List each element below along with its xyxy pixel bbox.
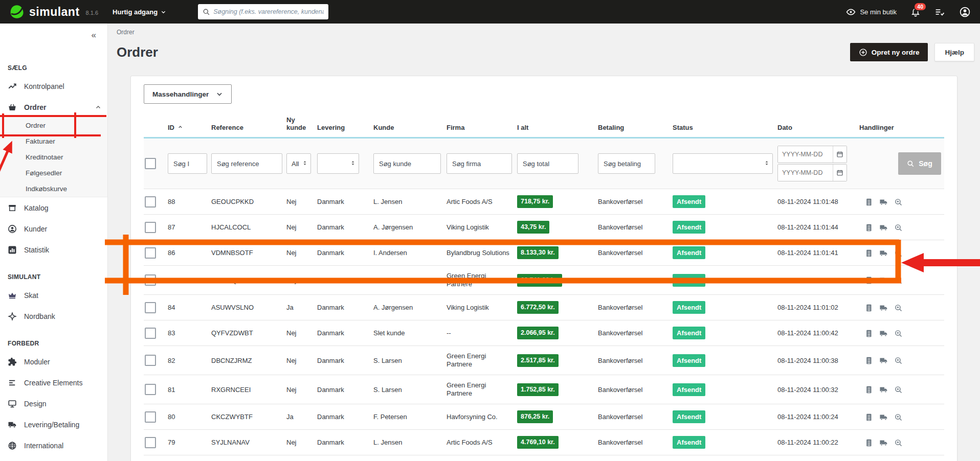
order-id-cell: 85 (167, 266, 210, 295)
search-input[interactable] (213, 8, 324, 15)
col-header-id[interactable]: ID (167, 113, 210, 138)
sidebar-item-levering-betaling[interactable]: Levering/Betaling (0, 414, 107, 435)
sidebar-item-design[interactable]: Design (0, 393, 107, 414)
sidebar-item-kunder[interactable]: Kunder (0, 218, 107, 239)
invoice-icon[interactable] (864, 276, 873, 285)
invoice-icon[interactable] (864, 223, 873, 232)
tasks-button[interactable] (934, 7, 945, 17)
select-all-checkbox[interactable] (145, 158, 156, 169)
delivery-icon[interactable] (879, 439, 888, 447)
delivery-icon[interactable] (879, 413, 888, 422)
sidebar-item-kontrolpanel[interactable]: Kontrolpanel (0, 76, 107, 97)
col-header-status[interactable]: Status (672, 113, 776, 138)
calendar-icon[interactable] (833, 146, 847, 163)
row-checkbox[interactable] (145, 384, 156, 395)
notifications-button[interactable]: 40 (910, 7, 921, 17)
bulk-actions-button[interactable]: Massehandlinger (144, 84, 232, 104)
invoice-icon[interactable] (864, 385, 873, 394)
filter-new-customer-select[interactable]: All (286, 153, 311, 174)
row-checkbox[interactable] (145, 355, 156, 366)
filter-search-button[interactable]: Søg (898, 152, 941, 175)
zoom-in-icon[interactable] (894, 329, 903, 338)
row-checkbox[interactable] (145, 328, 156, 339)
invoice-icon[interactable] (864, 198, 873, 206)
global-search[interactable] (198, 4, 328, 19)
filter-company-input[interactable] (447, 153, 512, 174)
zoom-in-icon[interactable] (894, 249, 903, 258)
sidebar-subitem-kreditnotaer[interactable]: Kreditnotaer (0, 149, 107, 165)
zoom-in-icon[interactable] (894, 304, 903, 312)
invoice-icon[interactable] (864, 304, 873, 312)
new-customer-cell: Nej (285, 455, 316, 461)
filter-id-input[interactable] (168, 153, 207, 174)
delivery-icon[interactable] (879, 198, 888, 206)
invoice-icon[interactable] (864, 413, 873, 422)
status-cell: Afsendt (672, 266, 776, 295)
sidebar-subitem-indkobskurve[interactable]: Indkøbskurve (0, 181, 107, 197)
zoom-in-icon[interactable] (894, 198, 903, 206)
col-header-betaling[interactable]: Betaling (597, 113, 672, 138)
zoom-in-icon[interactable] (894, 385, 903, 394)
filter-reference-input[interactable] (211, 153, 282, 174)
delivery-icon[interactable] (879, 304, 888, 312)
invoice-icon[interactable] (864, 439, 873, 447)
filter-payment-input[interactable] (598, 153, 655, 174)
zoom-in-icon[interactable] (894, 356, 903, 365)
delivery-icon[interactable] (879, 223, 888, 232)
row-checkbox[interactable] (145, 222, 156, 233)
col-header-firma[interactable]: Firma (446, 113, 516, 138)
order-reference-cell: LJCLHQTOX (210, 266, 285, 295)
create-order-button[interactable]: Opret ny ordre (850, 43, 928, 61)
sidebar-item-nordbank[interactable]: Nordbank (0, 306, 107, 327)
invoice-icon[interactable] (864, 249, 873, 258)
zoom-in-icon[interactable] (894, 413, 903, 422)
col-header-i-alt[interactable]: I alt (516, 113, 597, 138)
row-checkbox-cell (144, 430, 167, 455)
row-checkbox[interactable] (145, 437, 156, 448)
zoom-in-icon[interactable] (894, 276, 903, 285)
filter-status-select[interactable] (673, 153, 773, 174)
col-header-reference[interactable]: Reference (210, 113, 285, 138)
sidebar-item-moduler[interactable]: Moduler (0, 351, 107, 372)
help-button[interactable]: Hjælp (934, 43, 974, 61)
payment-cell: Bankoverførsel (597, 320, 672, 346)
zoom-in-icon[interactable] (894, 439, 903, 447)
delivery-icon[interactable] (879, 249, 888, 258)
sidebar-item-statistik[interactable]: Statistik (0, 239, 107, 260)
row-checkbox[interactable] (145, 411, 156, 423)
sidebar-collapse-button[interactable]: « (0, 24, 107, 47)
account-button[interactable] (959, 6, 971, 18)
quick-access-menu[interactable]: Hurtig adgang (113, 8, 166, 16)
filter-customer-input[interactable] (373, 153, 441, 174)
col-header-levering[interactable]: Levering (316, 113, 372, 138)
zoom-in-icon[interactable] (894, 223, 903, 232)
sidebar-item-international[interactable]: International (0, 435, 107, 456)
calendar-icon[interactable] (833, 165, 847, 181)
row-checkbox[interactable] (145, 196, 156, 208)
sidebar-item-ordrer[interactable]: Ordrer (0, 97, 107, 118)
filter-delivery-select[interactable] (317, 153, 359, 174)
view-shop-link[interactable]: Se min butik (846, 7, 897, 17)
row-checkbox[interactable] (145, 274, 156, 286)
col-header-kunde[interactable]: Kunde (372, 113, 446, 138)
sidebar-subitem-folgesedler[interactable]: Følgesedler (0, 165, 107, 181)
sidebar-item-creative-elements[interactable]: Creative Elements (0, 372, 107, 393)
invoice-icon[interactable] (864, 356, 873, 365)
delivery-icon[interactable] (879, 276, 888, 285)
col-header-ny-kunde[interactable]: Ny kunde (285, 113, 316, 138)
sidebar-item-skat[interactable]: Skat (0, 285, 107, 306)
filter-total-input[interactable] (517, 153, 578, 174)
delivery-cell: Danmark (316, 240, 372, 266)
delivery-icon[interactable] (879, 356, 888, 365)
delivery-icon[interactable] (879, 329, 888, 338)
delivery-icon[interactable] (879, 385, 888, 394)
row-checkbox[interactable] (145, 302, 156, 313)
col-header-dato[interactable]: Dato (776, 113, 858, 138)
sidebar-subitem-ordrer[interactable]: Ordrer (0, 118, 107, 133)
filter-date-from-input[interactable] (778, 146, 833, 163)
sidebar-item-katalog[interactable]: Katalog (0, 197, 107, 218)
row-checkbox[interactable] (145, 247, 156, 259)
filter-date-to-input[interactable] (778, 165, 833, 181)
sidebar-subitem-fakturaer[interactable]: Fakturaer (0, 133, 107, 149)
invoice-icon[interactable] (864, 329, 873, 338)
